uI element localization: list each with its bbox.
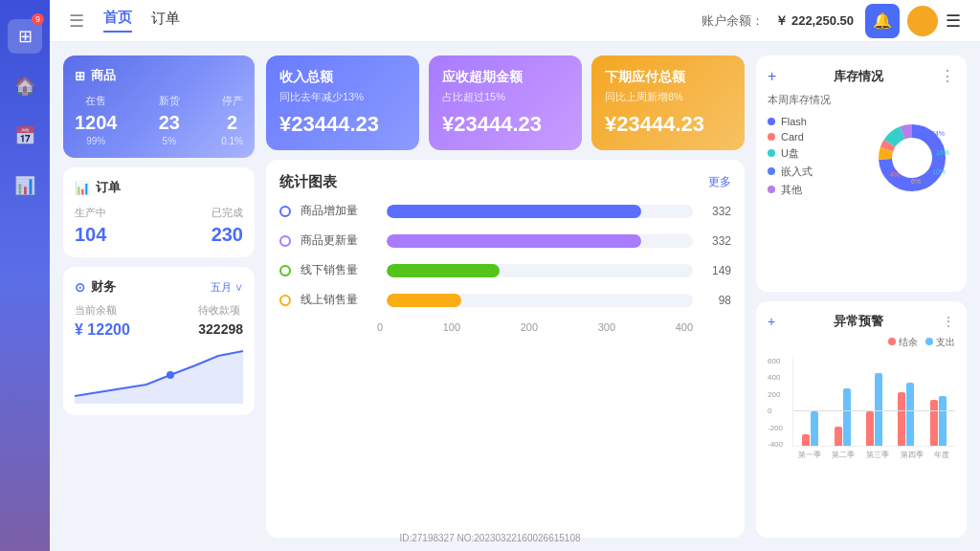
anomaly-legend: 结余 支出 [768, 336, 955, 349]
bar-group-4 [893, 383, 919, 446]
legend-item-0: Flash [768, 116, 861, 127]
donut-chart: 74% 16% 10% 6% 4% [869, 115, 955, 201]
bar-group-3 [861, 373, 887, 446]
bar-dot-0 [279, 206, 291, 217]
metric-card-overdue: 应收超期金额 占比超过15% ¥23444.23 [429, 55, 582, 150]
stat-completed: 已完成 230 [212, 206, 243, 246]
chart-title: 统计图表 [279, 173, 337, 191]
legend-dot-3 [768, 167, 775, 175]
finance-balance: 当前余额 ¥ 12200 [75, 303, 130, 339]
bar-track-2 [387, 264, 693, 277]
finance-stats: 当前余额 ¥ 12200 待收款项 322298 [75, 303, 243, 339]
chart-more-button[interactable]: 更多 [708, 174, 731, 190]
stat-new: 新货 23 5% [159, 94, 180, 146]
order-card-title: 📊 订单 [75, 179, 243, 196]
product-stats: 在售 1204 99% 新货 23 5% 停产 2 0.1% [75, 94, 243, 146]
order-stats: 生产中 104 已完成 230 [75, 206, 243, 246]
stat-in-production: 生产中 104 [75, 206, 106, 246]
bar-balance-q3 [866, 411, 874, 446]
legend-expense: 支出 [925, 336, 955, 349]
header-right: 账户余额： ￥ 222,250.50 🔔 ☰ [702, 4, 961, 38]
anomaly-add-button[interactable]: + [768, 314, 775, 329]
inventory-title: 库存情况 [834, 68, 883, 85]
anomaly-more-button[interactable]: ⋮ [942, 314, 955, 329]
notification-button[interactable]: 🔔 [865, 4, 900, 38]
stat-discontinued: 停产 2 0.1% [221, 94, 243, 146]
chart-card: 统计图表 更多 商品增加量 332 商品更新量 332 线下销售量 149 线上… [266, 160, 745, 538]
avatar[interactable] [907, 6, 938, 36]
menu-icon[interactable]: ☰ [69, 11, 84, 32]
bar-value-2: 149 [702, 264, 731, 277]
bar-balance-q4 [898, 392, 905, 446]
bar-label-0: 商品增加量 [301, 203, 377, 219]
mini-chart: 01020304050607 [75, 346, 243, 404]
bar-track-1 [387, 234, 693, 248]
legend-label-1: Card [781, 131, 804, 143]
svg-text:6%: 6% [911, 178, 921, 185]
finance-period[interactable]: 五月 ∨ [211, 280, 243, 295]
bar-label-2: 线下销售量 [301, 262, 377, 278]
finance-title: ⊙ 财务 [75, 278, 116, 296]
main-area: ☰ 首页 订单 账户余额： ￥ 222,250.50 🔔 ☰ ⊞ 商品 [50, 0, 980, 551]
bar-track-0 [387, 205, 693, 218]
anomaly-card: + 异常预警 ⋮ 结余 支出 600 400 200 0 -200 -400 [756, 301, 967, 538]
bar-row-2: 线下销售量 149 [279, 262, 731, 278]
legend-item-2: U盘 [768, 146, 861, 161]
legend-label-2: U盘 [781, 146, 799, 161]
left-panel: ⊞ 商品 在售 1204 99% 新货 23 5% 停产 [63, 55, 255, 538]
header: ☰ 首页 订单 账户余额： ￥ 222,250.50 🔔 ☰ [50, 0, 980, 42]
bar-expense-yr [939, 396, 947, 446]
bar-rows: 商品增加量 332 商品更新量 332 线下销售量 149 线上销售量 98 [279, 203, 731, 308]
anomaly-bar-area [792, 357, 955, 447]
right-panel: + 库存情况 ⋮ 本周库存情况 Flash Card U盘 嵌入式 其他 [756, 55, 967, 538]
bar-row-3: 线上销售量 98 [279, 292, 731, 308]
svg-point-0 [167, 371, 174, 379]
bar-fill-2 [387, 264, 500, 277]
legend-dot-4 [768, 186, 775, 193]
legend-dot-2 [768, 149, 775, 157]
sidebar-icon-chart[interactable]: 📊 [8, 168, 42, 203]
bar-expense-q3 [875, 373, 882, 446]
hamburger-button[interactable]: ☰ [946, 11, 961, 32]
bar-balance-q1 [802, 434, 810, 446]
legend-label-3: 嵌入式 [781, 165, 813, 179]
middle-panel: 收入总额 同比去年减少13% ¥23444.23 应收超期金额 占比超过15% … [266, 55, 745, 538]
anomaly-bars: 第一季 第二季 第三季 第四季 年度 [792, 357, 955, 462]
anomaly-chart-container: 600 400 200 0 -200 -400 [768, 357, 955, 462]
bar-dot-2 [279, 265, 291, 276]
product-card: ⊞ 商品 在售 1204 99% 新货 23 5% 停产 [63, 55, 255, 158]
sidebar-icon-home2[interactable]: 🏠 [8, 69, 42, 103]
legend-balance: 结余 [888, 336, 918, 349]
product-card-title: ⊞ 商品 [75, 67, 243, 84]
bar-row-0: 商品增加量 332 [279, 203, 731, 219]
bar-value-3: 98 [702, 294, 731, 307]
tab-home[interactable]: 首页 [103, 9, 132, 33]
bar-dot-1 [279, 235, 291, 247]
order-icon: 📊 [75, 181, 90, 195]
metric-cards: 收入总额 同比去年减少13% ¥23444.23 应收超期金额 占比超过15% … [266, 55, 745, 150]
svg-text:16%: 16% [936, 149, 949, 156]
content-area: ⊞ 商品 在售 1204 99% 新货 23 5% 停产 [50, 42, 980, 551]
legend-label-4: 其他 [781, 183, 802, 197]
inventory-card: + 库存情况 ⋮ 本周库存情况 Flash Card U盘 嵌入式 其他 [756, 55, 967, 292]
bar-track-3 [387, 294, 693, 307]
sidebar-badge: 9 [32, 13, 44, 25]
anomaly-header: + 异常预警 ⋮ [768, 313, 955, 330]
inventory-more-button[interactable]: ⋮ [940, 67, 955, 85]
legend-item-4: 其他 [768, 183, 861, 197]
svg-text:10%: 10% [932, 168, 946, 175]
bar-group-2 [829, 388, 855, 446]
bar-value-1: 332 [702, 234, 731, 248]
balance-value: ￥ 222,250.50 [775, 12, 854, 30]
legend-item-1: Card [768, 131, 861, 143]
bar-fill-3 [387, 294, 461, 307]
stat-on-sale: 在售 1204 99% [75, 94, 118, 146]
inventory-add-button[interactable]: + [768, 68, 776, 85]
legend-label-0: Flash [781, 116, 807, 127]
legend-dot-1 [768, 133, 775, 141]
inventory-subtitle: 本周库存情况 [768, 93, 955, 107]
tab-order[interactable]: 订单 [151, 10, 180, 32]
bar-group-5 [925, 396, 951, 446]
metric-card-revenue: 收入总额 同比去年减少13% ¥23444.23 [266, 55, 419, 150]
sidebar-icon-calendar[interactable]: 📅 [8, 119, 42, 153]
